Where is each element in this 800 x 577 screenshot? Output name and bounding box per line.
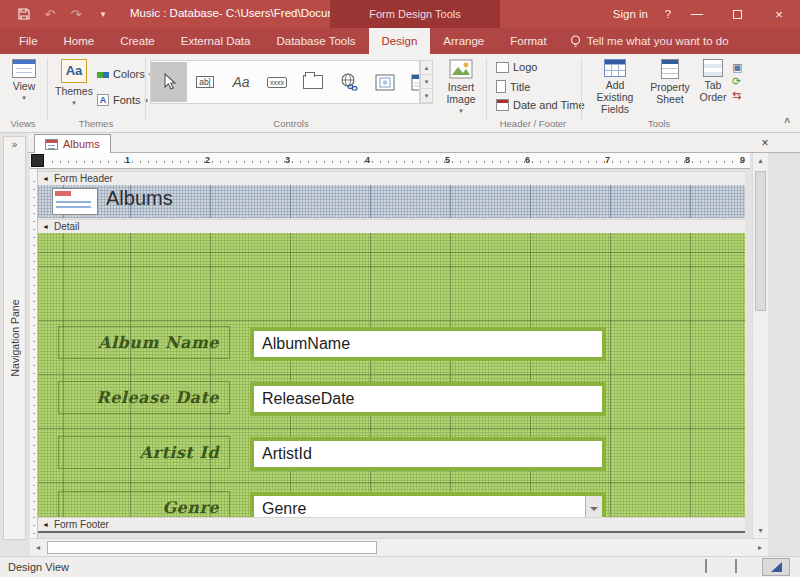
convert-macros-icon[interactable]: ⇆ — [732, 90, 742, 101]
sync-icon[interactable]: ⟳ — [732, 76, 742, 87]
tab-order-button[interactable]: Tab Order — [696, 59, 730, 103]
ruler-number: 7 — [605, 155, 610, 165]
expand-pane-icon[interactable]: » — [4, 139, 25, 150]
document-tab-bar: Albums × — [28, 133, 800, 153]
minimize-button[interactable]: — — [682, 0, 712, 28]
title-label: Title — [510, 81, 530, 93]
chevron-down-icon — [590, 507, 598, 511]
label-control-icon[interactable]: Aa — [223, 62, 259, 102]
date-time-label: Date and Time — [513, 99, 585, 111]
document-tab-albums[interactable]: Albums — [34, 134, 111, 153]
ruler-number: 1 — [125, 155, 130, 165]
datasheet-view-icon[interactable] — [735, 560, 750, 573]
artist-id-textbox[interactable]: ArtistId — [250, 437, 606, 471]
vertical-scroll-thumb[interactable] — [755, 171, 766, 311]
close-document-icon[interactable]: × — [756, 134, 774, 152]
undo-icon[interactable]: ↶ — [42, 5, 58, 23]
tab-home[interactable]: Home — [51, 28, 108, 54]
scroll-right-icon[interactable]: ▸ — [752, 539, 768, 556]
save-icon[interactable] — [16, 5, 32, 23]
close-button[interactable]: × — [764, 0, 794, 28]
redo-icon[interactable]: ↷ — [68, 5, 84, 23]
album-name-label[interactable]: Album Name — [58, 326, 230, 359]
ruler-number: 8 — [685, 155, 690, 165]
insert-image-button[interactable]: Insert Image ▾ — [440, 59, 482, 114]
help-icon[interactable]: ? — [658, 0, 678, 28]
fonts-button[interactable]: A Fonts ▾ — [97, 94, 148, 106]
gallery-more-icon[interactable]: ▾ — [421, 89, 432, 103]
themes-button[interactable]: Aa Themes ▾ — [54, 59, 94, 106]
title-icon — [496, 80, 506, 93]
navigation-pane-shutter[interactable]: » Navigation Pane — [3, 136, 26, 540]
themes-group-label: Themes — [48, 118, 144, 129]
design-view-icon[interactable] — [762, 558, 790, 576]
gallery-scroll-up-icon[interactable]: ▴ — [421, 61, 432, 75]
form-selector[interactable] — [31, 154, 44, 167]
form-bottom-edge — [38, 531, 745, 533]
scroll-left-icon[interactable]: ◂ — [30, 539, 46, 556]
add-fields-icon — [604, 59, 626, 77]
tab-create[interactable]: Create — [107, 28, 168, 54]
logo-button[interactable]: Logo — [496, 61, 537, 73]
horizontal-scroll-thumb[interactable] — [47, 541, 377, 554]
qat-customize-icon[interactable]: ▾ — [96, 5, 110, 23]
restore-button[interactable] — [722, 0, 752, 28]
image-frame-control-icon[interactable] — [367, 62, 403, 102]
logo-label: Logo — [513, 61, 537, 73]
vertical-scrollbar[interactable]: ▴ ▾ — [752, 153, 768, 538]
artist-id-label[interactable]: Artist Id — [58, 436, 230, 469]
form-title-label[interactable]: Albums — [106, 187, 173, 210]
scroll-up-icon[interactable]: ▴ — [753, 153, 768, 168]
themes-icon: Aa — [61, 59, 87, 83]
header-image-control[interactable] — [52, 188, 98, 215]
collapse-ribbon-icon[interactable]: ^ — [784, 117, 790, 128]
property-sheet-button[interactable]: Property Sheet — [646, 59, 694, 105]
access-window: ↶ ↷ ▾ Music : Database- C:\Users\Fred\Do… — [0, 0, 800, 577]
ruler-number: 9 — [740, 155, 745, 165]
detail-band[interactable]: Album Name AlbumName Release Date Releas… — [38, 233, 745, 517]
date-time-button[interactable]: Date and Time — [496, 99, 585, 111]
sign-in-button[interactable]: Sign in — [613, 0, 648, 28]
scroll-down-icon[interactable]: ▾ — [753, 523, 768, 538]
form-view-icon[interactable] — [705, 560, 720, 573]
document-tab-label: Albums — [63, 138, 100, 150]
tell-me-box[interactable]: Tell me what you want to do — [570, 28, 729, 54]
form-header-section-bar[interactable]: ◄ Form Header — [38, 171, 745, 185]
title-button[interactable]: Title — [496, 80, 530, 93]
tab-file[interactable]: File — [6, 28, 51, 54]
detail-section-bar[interactable]: ◄ Detail — [38, 219, 745, 233]
form-footer-section-bar[interactable]: ◄ Form Footer — [38, 517, 745, 531]
hyperlink-control-icon[interactable] — [331, 62, 367, 102]
add-existing-fields-button[interactable]: Add Existing Fields — [588, 59, 642, 115]
tab-arrange[interactable]: Arrange — [430, 28, 497, 54]
tools-group-label: Tools — [584, 118, 734, 129]
detail-label: Detail — [54, 221, 80, 232]
form-header-band[interactable]: Albums — [38, 185, 745, 218]
controls-group-label: Controls — [146, 118, 436, 129]
lightbulb-icon — [570, 35, 581, 48]
section-marker-icon: ◄ — [42, 223, 49, 230]
textbox-control-icon[interactable]: ab| — [187, 62, 223, 102]
view-label: View — [13, 80, 36, 92]
window-title: Music : Database- C:\Users\Fred\Docume..… — [130, 7, 353, 19]
select-pointer-icon[interactable] — [151, 62, 187, 102]
release-date-label[interactable]: Release Date — [58, 381, 230, 414]
subform-icon[interactable]: ▣ — [732, 62, 742, 73]
tab-format[interactable]: Format — [497, 28, 559, 54]
gallery-scrollbar[interactable]: ▴ ▾ ▾ — [420, 60, 433, 104]
tab-database-tools[interactable]: Database Tools — [263, 28, 368, 54]
tab-design[interactable]: Design — [369, 28, 431, 54]
caret-down-icon: ▾ — [72, 99, 76, 106]
colors-label: Colors — [113, 68, 145, 80]
tab-control-glyph — [303, 75, 323, 89]
album-name-textbox[interactable]: AlbumName — [250, 327, 606, 361]
button-control-icon[interactable]: xxxx — [259, 62, 295, 102]
tab-external-data[interactable]: External Data — [168, 28, 264, 54]
view-button[interactable]: View ▾ — [6, 59, 42, 101]
tab-control-icon[interactable] — [295, 62, 331, 102]
gallery-scroll-down-icon[interactable]: ▾ — [421, 75, 432, 89]
horizontal-scrollbar[interactable]: ◂ ▸ — [30, 538, 768, 556]
web-browser-control-icon[interactable] — [403, 62, 420, 102]
status-bar: Design View — [0, 556, 800, 577]
release-date-textbox[interactable]: ReleaseDate — [250, 382, 606, 416]
